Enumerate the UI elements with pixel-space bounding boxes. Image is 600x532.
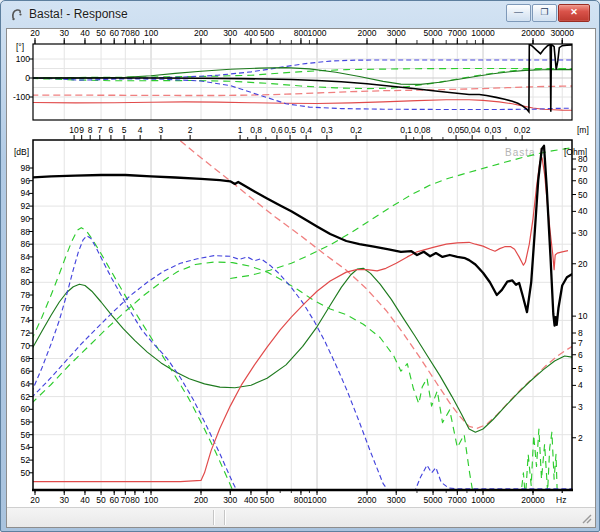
- status-separator: [213, 510, 215, 525]
- status-separator: [224, 510, 226, 525]
- app-window: Basta! - Response — ❐ ✕: [0, 0, 600, 532]
- window-title: Basta! - Response: [29, 7, 128, 21]
- minimize-button[interactable]: —: [506, 4, 531, 22]
- close-button[interactable]: ✕: [558, 4, 590, 22]
- resize-grip-icon[interactable]: [581, 513, 593, 525]
- status-bar: [7, 507, 595, 527]
- plot-client-area: [6, 28, 596, 528]
- maximize-button[interactable]: ❐: [532, 4, 557, 22]
- title-bar[interactable]: Basta! - Response — ❐ ✕: [2, 1, 598, 27]
- app-icon: [9, 7, 24, 22]
